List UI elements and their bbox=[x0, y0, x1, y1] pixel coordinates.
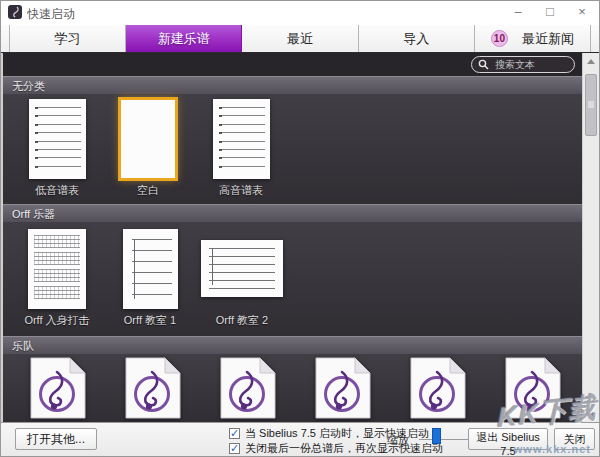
section-header-band: 乐队 bbox=[3, 336, 582, 354]
window-title: 快速启动 bbox=[27, 6, 75, 23]
staff-lines bbox=[209, 248, 275, 289]
template-browser: 无分类 低音谱表 空白 高音谱表 Orff 乐器 Orff 入身打击 Orff … bbox=[1, 53, 599, 424]
open-other-button[interactable]: 打开其他... bbox=[15, 428, 97, 450]
tab-import[interactable]: 导入 bbox=[359, 25, 475, 52]
scrollbar-thumb[interactable] bbox=[585, 74, 597, 136]
scroll-up-arrow-icon[interactable] bbox=[583, 55, 599, 69]
checkbox-icon[interactable]: ✓ bbox=[229, 443, 240, 454]
close-dialog-button[interactable]: 关闭 bbox=[554, 428, 595, 450]
zoom-slider-handle[interactable] bbox=[432, 428, 441, 444]
tab-bar: 学习 新建乐谱 最近 导入 10 最近新闻 bbox=[1, 25, 599, 53]
template-treble-staff[interactable] bbox=[213, 99, 270, 179]
quit-sibelius-button[interactable]: 退出 Sibelius 7.5 bbox=[468, 428, 548, 450]
search-icon bbox=[478, 59, 489, 70]
score-file-icon[interactable] bbox=[503, 357, 563, 419]
score-file-icon[interactable] bbox=[313, 357, 373, 419]
vertical-scrollbar[interactable] bbox=[582, 53, 599, 424]
score-file-icon[interactable] bbox=[408, 357, 468, 419]
template-label: 低音谱表 bbox=[7, 183, 107, 198]
search-box[interactable] bbox=[471, 56, 575, 73]
template-label: 空白 bbox=[98, 183, 198, 198]
footer-bar: 打开其他... ✓ 当 Sibelius 7.5 启动时，显示快速启动 ✓ 关闭… bbox=[1, 422, 599, 456]
quick-start-window: 快速启动 – □ × 学习 新建乐谱 最近 导入 10 最近新闻 无分类 低音谱… bbox=[0, 0, 600, 457]
tab-new-score[interactable]: 新建乐谱 bbox=[126, 25, 242, 52]
show-after-close-checkbox[interactable]: ✓ 关闭最后一份总谱后，再次显示快速启动 bbox=[229, 441, 443, 456]
template-label: 高音谱表 bbox=[191, 183, 291, 198]
zoom-slider-track[interactable] bbox=[419, 439, 473, 440]
minimize-button[interactable]: – bbox=[503, 1, 533, 23]
tab-latest-news[interactable]: 10 最近新闻 bbox=[475, 25, 591, 52]
template-label: Orff 入身打击 bbox=[7, 313, 107, 328]
staff-lines bbox=[35, 107, 81, 172]
staff-lines bbox=[219, 107, 265, 172]
zoom-label: 缩放 bbox=[387, 433, 409, 448]
tab-learn[interactable]: 学习 bbox=[9, 25, 126, 52]
score-file-icon[interactable] bbox=[28, 357, 88, 419]
tab-recent[interactable]: 最近 bbox=[242, 25, 358, 52]
section-header-orff: Orff 乐器 bbox=[3, 204, 582, 222]
template-label: Orff 教室 2 bbox=[192, 313, 292, 328]
template-orff-classroom-2[interactable] bbox=[201, 240, 283, 297]
section-body-band bbox=[3, 354, 582, 424]
close-window-button[interactable]: × bbox=[567, 1, 597, 23]
maximize-button[interactable]: □ bbox=[535, 1, 565, 23]
template-orff-percussion[interactable] bbox=[28, 229, 86, 309]
score-file-icon[interactable] bbox=[218, 357, 278, 419]
search-input[interactable] bbox=[493, 58, 568, 71]
template-label: Orff 教室 1 bbox=[100, 313, 200, 328]
staff-lines bbox=[132, 239, 172, 301]
score-file-icon[interactable] bbox=[123, 357, 183, 419]
sibelius-app-icon bbox=[8, 5, 22, 19]
news-count-badge: 10 bbox=[491, 30, 508, 47]
scroll-down-arrow-icon[interactable] bbox=[583, 408, 599, 422]
template-orff-classroom-1[interactable] bbox=[123, 229, 178, 309]
checkbox-icon[interactable]: ✓ bbox=[229, 428, 240, 439]
template-bass-staff[interactable] bbox=[29, 99, 86, 179]
title-bar: 快速启动 – □ × bbox=[1, 1, 599, 25]
section-header-uncategorized: 无分类 bbox=[3, 76, 582, 94]
template-blank[interactable] bbox=[121, 100, 175, 178]
